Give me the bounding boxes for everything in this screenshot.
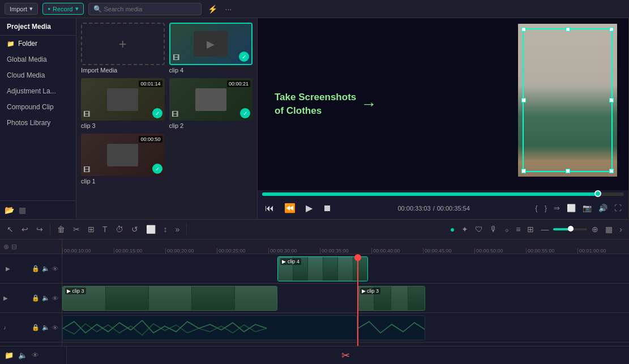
color-wheel-button[interactable]: ● <box>448 222 457 236</box>
filter-button[interactable]: ⚡ <box>206 3 219 15</box>
track3-lock-icon[interactable]: 🔒 <box>32 324 40 331</box>
media-item-clip1[interactable]: 00:00:50 🎞 ✓ clip 1 <box>81 134 165 185</box>
track1-film-icon: ▶ <box>6 265 10 272</box>
record-chevron-icon: ▾ <box>75 5 79 12</box>
sidebar-item-compound[interactable]: Compound Clip <box>0 99 76 115</box>
delete-button[interactable]: 🗑 <box>55 222 67 236</box>
keyframe-button[interactable]: ⬦ <box>502 222 511 236</box>
sidebar-item-cloud-media[interactable]: Cloud Media <box>0 67 76 83</box>
track1-clip4[interactable]: ▶ clip 4 <box>277 256 368 281</box>
cut-button[interactable]: ✂ <box>71 222 82 236</box>
preview-canvas: Take Screenshots of Clothes → <box>258 18 628 190</box>
playback-center: ⏮ ⏪ ▶ ⏹ <box>262 202 335 215</box>
media-item-clip3[interactable]: 00:01:14 🎞 ✓ clip 3 <box>81 78 165 129</box>
sidebar-compound-label: Compound Clip <box>7 103 54 111</box>
track2: ▶ clip 3 ▶ clip 3 <box>62 284 629 313</box>
track3-audio-clip[interactable] <box>62 315 357 340</box>
mark-out-button[interactable]: } <box>542 203 549 213</box>
track-remove-icon[interactable]: ⊟ <box>11 243 17 251</box>
timer-button[interactable]: ⏱ <box>113 222 126 236</box>
zoom-slider[interactable] <box>553 228 587 230</box>
fullscreen-button[interactable]: ⬜ <box>564 203 578 213</box>
sidebar-item-photos[interactable]: Photos Library <box>0 115 76 131</box>
step-back-button[interactable]: ⏪ <box>281 202 298 215</box>
zoom-knob[interactable] <box>568 226 574 232</box>
track2-audio-icon[interactable]: 🔈 <box>42 294 50 302</box>
mark-in-button[interactable]: { <box>533 203 540 213</box>
play-button[interactable]: ▶ <box>303 202 315 215</box>
track3-label-row: ♪ 🔒 🔈 👁 <box>0 313 62 342</box>
sidebar-folder-add-icon[interactable]: 📂 <box>5 205 14 215</box>
timeline-header-left: ⊕ ⊟ <box>0 239 62 254</box>
folder-icon: 📁 <box>7 40 15 48</box>
annotation-group: Take Screenshots of Clothes → <box>275 91 376 118</box>
stop-button[interactable]: ⏹ <box>320 202 335 215</box>
scale-button[interactable]: ↕ <box>161 222 170 236</box>
track3-audio-clip2[interactable] <box>357 315 425 340</box>
import-button[interactable]: Import ▾ <box>5 3 38 15</box>
split-button[interactable]: ⊞ <box>85 222 97 236</box>
track2-clip3-left[interactable]: ▶ clip 3 <box>62 286 277 311</box>
track2-eye-icon[interactable]: 👁 <box>52 295 58 302</box>
expand-button[interactable]: ⛶ <box>612 203 624 213</box>
ruler-mark-4: 00:00:25:00 <box>217 248 268 254</box>
footer-folder-icon[interactable]: 📁 <box>5 351 14 359</box>
layout-button[interactable]: ▦ <box>603 222 615 236</box>
search-input[interactable] <box>104 6 196 12</box>
undo-button[interactable]: ↩ <box>19 222 31 236</box>
track1-audio-icon[interactable]: 🔈 <box>42 265 50 272</box>
progress-bar[interactable] <box>262 192 624 196</box>
volume-button[interactable]: 🔊 <box>596 203 610 213</box>
layout-expand-button[interactable]: › <box>617 222 624 236</box>
import-placeholder[interactable]: + <box>81 23 165 65</box>
redo-button[interactable]: ↪ <box>34 222 45 236</box>
media-item-clip2[interactable]: 00:00:21 🎞 ✓ clip 2 <box>169 78 253 129</box>
sidebar-photos-label: Photos Library <box>7 119 50 127</box>
top-toolbar: Import ▾ ● Record ▾ 🔍 ⚡ ··· <box>0 0 629 18</box>
track-add-icon[interactable]: ⊕ <box>3 243 9 251</box>
ruler-mark-2: 00:00:15:00 <box>114 248 165 254</box>
skip-back-button[interactable]: ⏮ <box>262 202 277 215</box>
sidebar-item-folder[interactable]: 📁 Folder <box>0 36 76 52</box>
track2-clip3-right[interactable]: ▶ clip 3 <box>357 286 425 311</box>
audio-button[interactable]: 🎙 <box>487 222 500 236</box>
zoom-in-button[interactable]: ⊕ <box>589 222 601 236</box>
more-tools-button[interactable]: » <box>173 222 182 236</box>
clip-nav-button[interactable]: ⇒ <box>551 203 562 213</box>
sidebar-item-global-media[interactable]: Global Media <box>0 52 76 67</box>
track1-lock-icon[interactable]: 🔒 <box>32 265 40 272</box>
ruler-mark-8: 00:00:45:00 <box>423 248 474 254</box>
record-button[interactable]: ● Record ▾ <box>42 3 83 15</box>
select-tool-button[interactable]: ↖ <box>5 222 16 236</box>
clip3-duration: 00:01:14 <box>139 80 162 87</box>
crop-button[interactable]: ⬜ <box>144 222 158 236</box>
scissors-button[interactable]: ✂ <box>341 349 350 362</box>
more-options-button[interactable]: ··· <box>224 3 234 15</box>
text-tool-button[interactable]: T <box>100 222 110 236</box>
track3-eye-icon[interactable]: 👁 <box>52 324 58 331</box>
sidebar-item-adjustment[interactable]: Adjustment La... <box>0 83 76 99</box>
clip4-thumb: ▶ 🎞 ✓ <box>169 23 253 65</box>
import-media-item[interactable]: + Import Media <box>81 23 165 74</box>
media-item-clip4[interactable]: ▶ 🎞 ✓ clip 4 <box>169 23 253 74</box>
svg-rect-0 <box>63 316 357 340</box>
track1-eye-icon[interactable]: 👁 <box>52 265 58 272</box>
track3-mute-icon[interactable]: 🔈 <box>42 324 50 331</box>
footer-eye-icon[interactable]: 👁 <box>32 351 39 359</box>
right-tools: ● ✦ 🛡 🎙 ⬦ ≡ ⊞ — ⊕ ▦ › <box>448 222 624 236</box>
speed-button[interactable]: ≡ <box>514 222 523 236</box>
track2-clip3-left-label: ▶ clip 3 <box>65 288 86 294</box>
track2-lock-icon[interactable]: 🔒 <box>32 294 40 302</box>
footer-audio-icon[interactable]: 🔈 <box>18 351 27 359</box>
media-grid: + Import Media ▶ 🎞 ✓ clip 4 <box>81 23 253 185</box>
ruler-mark-3: 00:00:20:00 <box>165 248 217 254</box>
clip3-check-badge: ✓ <box>152 108 162 118</box>
zoom-out-button[interactable]: — <box>538 222 551 236</box>
mask-button[interactable]: 🛡 <box>473 222 485 236</box>
screenshot-button[interactable]: 📷 <box>580 203 594 213</box>
rotate-button[interactable]: ↺ <box>129 222 140 236</box>
grid-button[interactable]: ⊞ <box>525 222 536 236</box>
sidebar-grid-icon[interactable]: ▦ <box>19 205 26 215</box>
progress-knob[interactable] <box>594 190 601 197</box>
adjustment-button[interactable]: ✦ <box>459 222 470 236</box>
